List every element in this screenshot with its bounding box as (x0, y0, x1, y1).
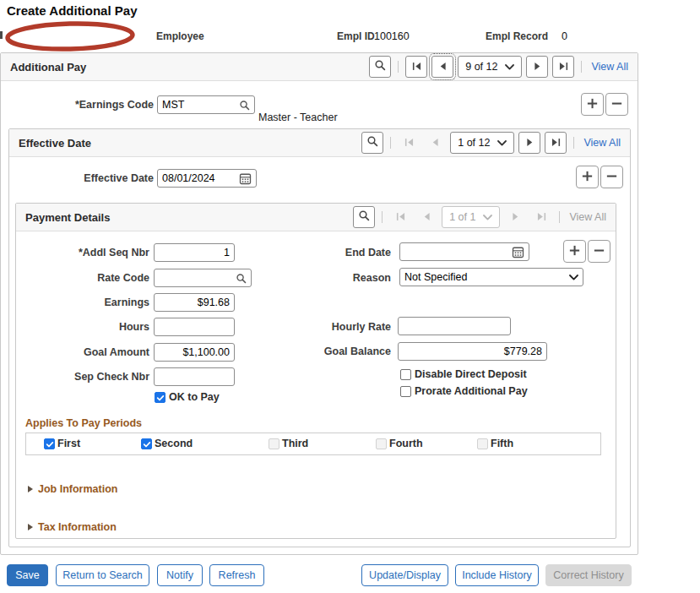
nav-separator (573, 137, 574, 149)
next-row-button[interactable] (518, 132, 540, 154)
effective-date-input[interactable]: 08/01/2024 (157, 169, 257, 188)
nav-separator (382, 211, 383, 223)
addl-seq-nbr-label: *Addl Seq Nbr (17, 247, 149, 258)
search-icon (358, 209, 370, 225)
search-icon[interactable] (236, 273, 247, 284)
first-row-button[interactable] (405, 56, 427, 78)
empl-record-value: 0 (562, 30, 567, 42)
pay-periods-row (25, 433, 601, 455)
earnings-code-input[interactable]: MST (157, 95, 255, 114)
first-row-button-disabled (389, 206, 411, 228)
search-icon[interactable] (239, 100, 250, 111)
empl-id-value: 100160 (374, 30, 410, 42)
prorate-additional-pay-checkbox[interactable] (400, 386, 411, 397)
view-all-link[interactable]: View All (583, 137, 621, 149)
pay-period-first-checkbox[interactable] (44, 438, 55, 449)
earnings-code-value: MST (162, 99, 236, 111)
calendar-icon[interactable] (239, 172, 252, 185)
save-button[interactable]: Save (7, 564, 48, 586)
addl-seq-nbr-input[interactable]: 1 (154, 243, 235, 262)
last-row-button[interactable] (552, 56, 574, 78)
end-date-label: End Date (270, 247, 391, 258)
empl-record-label: Empl Record (486, 30, 548, 42)
add-row-icon (587, 97, 598, 112)
pay-period-fourth-label: Fourth (389, 438, 423, 449)
goal-amount-input[interactable]: $1,100.00 (154, 343, 235, 362)
search-button[interactable] (369, 56, 391, 78)
pay-period-third-checkbox (269, 438, 279, 449)
row-position-select-disabled: 1 of 1 (442, 206, 500, 228)
ok-to-pay-checkbox[interactable] (155, 392, 166, 403)
disable-direct-deposit-checkbox[interactable] (400, 369, 411, 380)
search-icon (366, 135, 378, 150)
sep-check-nbr-input[interactable] (154, 367, 235, 386)
hourly-rate-label: Hourly Rate (270, 321, 391, 333)
end-date-input[interactable] (399, 242, 529, 261)
search-button[interactable] (353, 206, 375, 228)
row-position-value: 1 of 1 (449, 211, 475, 223)
collapsed-section-icon (28, 524, 33, 530)
add-row-button[interactable] (576, 166, 599, 188)
goal-balance-label: Goal Balance (270, 345, 391, 357)
earnings-input[interactable]: $91.68 (154, 293, 235, 312)
last-row-button[interactable] (545, 132, 567, 154)
tax-information-label: Tax Information (38, 521, 117, 533)
previous-row-button[interactable] (431, 56, 453, 78)
search-button[interactable] (361, 132, 383, 154)
next-row-icon (525, 135, 534, 150)
hours-input[interactable] (154, 318, 235, 336)
additional-pay-title: Additional Pay (10, 61, 86, 73)
ok-to-pay-label: OK to Pay (169, 392, 220, 403)
payment-details-nav: 1 of 1 View All (353, 206, 606, 228)
delete-row-button[interactable] (600, 166, 623, 188)
effective-date-field-label: Effective Date (17, 172, 154, 184)
include-history-button[interactable]: Include History (455, 564, 539, 586)
pay-period-fifth-checkbox (477, 438, 488, 449)
calendar-icon[interactable] (512, 246, 524, 258)
last-row-button-disabled (530, 206, 552, 228)
goal-balance-input[interactable]: $779.28 (398, 342, 547, 361)
previous-row-icon (438, 59, 448, 74)
add-row-button[interactable] (581, 93, 604, 116)
employee-label: Employee (156, 30, 204, 42)
earnings-code-description: Master - Teacher (258, 112, 338, 123)
correct-history-button: Correct History (545, 564, 632, 586)
next-row-icon (533, 59, 542, 74)
pay-period-second-checkbox[interactable] (141, 438, 152, 449)
reason-value: Not Specified (404, 271, 566, 283)
checkmark-icon (143, 437, 151, 452)
reason-select[interactable]: Not Specified (399, 268, 583, 286)
chevron-down-icon (497, 140, 507, 146)
nav-separator (581, 61, 582, 73)
goal-amount-label: Goal Amount (17, 346, 149, 358)
previous-row-button-disabled (415, 206, 437, 228)
update-display-button[interactable]: Update/Display (361, 564, 448, 586)
job-information-label: Job Information (38, 483, 117, 495)
hourly-rate-input[interactable] (398, 317, 511, 335)
row-position-select[interactable]: 1 of 12 (450, 132, 514, 154)
previous-row-button-disabled (424, 132, 446, 154)
tax-information-section-toggle[interactable]: Tax Information (28, 521, 117, 533)
additional-pay-header: Additional Pay 9 of 12 (1, 53, 638, 81)
page-title: Create Additional Pay (7, 3, 137, 18)
job-information-section-toggle[interactable]: Job Information (28, 483, 117, 495)
effective-date-title: Effective Date (19, 137, 91, 150)
next-row-icon (511, 209, 520, 225)
add-row-icon (582, 170, 593, 185)
delete-row-button[interactable] (605, 93, 628, 116)
view-all-link[interactable]: View All (591, 61, 628, 73)
row-position-select[interactable]: 9 of 12 (458, 56, 522, 78)
redaction-oval (3, 19, 138, 53)
first-row-icon (396, 209, 405, 225)
return-to-search-button[interactable]: Return to Search (56, 564, 149, 586)
delete-row-button[interactable] (588, 240, 610, 263)
next-row-button-disabled (504, 206, 526, 228)
delete-row-icon (611, 97, 622, 112)
add-row-button[interactable] (563, 240, 586, 263)
search-icon (374, 59, 386, 74)
rate-code-input[interactable] (154, 269, 252, 287)
next-row-button[interactable] (526, 56, 548, 78)
refresh-button[interactable]: Refresh (209, 564, 264, 586)
first-row-icon (404, 135, 414, 150)
notify-button[interactable]: Notify (157, 564, 203, 586)
